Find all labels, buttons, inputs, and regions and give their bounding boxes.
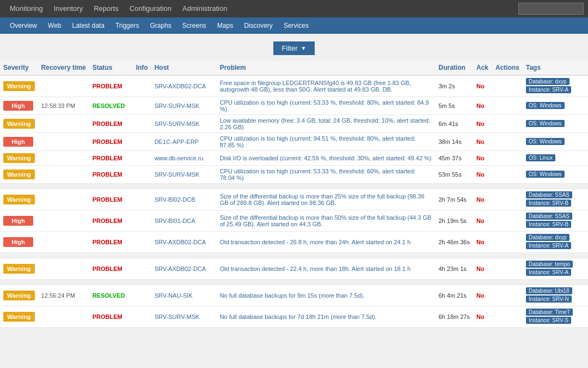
- search-input[interactable]: [518, 3, 584, 15]
- severity-badge: Warning: [3, 81, 35, 91]
- host-cell[interactable]: SRV-SURV-MSK: [151, 115, 217, 133]
- col-problem: Problem: [217, 61, 436, 75]
- status-cell: PROBLEM: [89, 306, 133, 328]
- ack-cell: No: [473, 97, 492, 115]
- host-cell[interactable]: SRV-NAU-SIK: [151, 285, 217, 306]
- nav-screens[interactable]: Screens: [177, 17, 212, 34]
- col-host: Host: [151, 61, 217, 75]
- status-cell: PROBLEM: [89, 258, 133, 280]
- severity-badge: Warning: [3, 195, 35, 204]
- ack-cell: No: [473, 115, 492, 133]
- tags-cell: OS: Windows: [523, 166, 588, 184]
- recovery-time-cell: [38, 210, 89, 232]
- tag-badge: OS: Windows: [526, 102, 565, 109]
- nav-inventory[interactable]: Inventory: [48, 0, 88, 17]
- problem-cell[interactable]: CPU utilization is too high (current: 53…: [217, 166, 436, 184]
- problem-cell[interactable]: Size of the differential backup is more …: [217, 189, 436, 210]
- info-cell: [133, 75, 151, 97]
- nav-administration[interactable]: Administration: [177, 0, 232, 17]
- tag-badge: Instance: SRV-S: [526, 317, 571, 324]
- host-cell[interactable]: SRV-SURV-MSK: [151, 166, 217, 184]
- host-cell[interactable]: SRV-AXDB02-DCA: [151, 75, 217, 97]
- host-cell[interactable]: SRV-BI02-DCB: [151, 189, 217, 210]
- info-cell: [133, 166, 151, 184]
- filter-button[interactable]: Filter ▼: [273, 41, 315, 55]
- problem-cell[interactable]: CPU utilization is too high (current: 53…: [217, 97, 436, 115]
- nav-configuration[interactable]: Configuration: [124, 0, 177, 17]
- nav-services[interactable]: Services: [278, 17, 314, 34]
- actions-cell: [492, 306, 523, 328]
- severity-badge: Warning: [3, 291, 35, 300]
- severity-cell: Warning: [0, 151, 38, 166]
- tag-badge: OS: Windows: [526, 138, 565, 145]
- recovery-time-cell: [38, 232, 89, 253]
- severity-badge: High: [3, 216, 33, 226]
- host-cell[interactable]: SRV-AXDB02-DCA: [151, 232, 217, 253]
- info-cell: [133, 232, 151, 253]
- actions-cell: [492, 151, 523, 166]
- problem-cell[interactable]: No full database backups for 7d 18h 21m …: [217, 306, 436, 328]
- tags-cell: OS: Windows: [523, 97, 588, 115]
- problem-cell[interactable]: Old transaction detected - 26.8 h, more …: [217, 232, 436, 253]
- tag-badge: Instance: SRV-B: [526, 200, 571, 207]
- tag-badge: Database: TimeT: [526, 309, 573, 316]
- nav-graphs[interactable]: Graphs: [144, 17, 176, 34]
- actions-cell: [492, 210, 523, 232]
- status-cell: RESOLVED: [89, 285, 133, 306]
- ack-cell: No: [473, 151, 492, 166]
- table-row: High 12:58:33 PM RESOLVED SRV-SURV-MSK C…: [0, 97, 588, 115]
- host-cell[interactable]: SRV-AXDB02-DCA: [151, 258, 217, 280]
- severity-badge: Warning: [3, 312, 35, 322]
- problem-cell[interactable]: Free space in filegroup LEDGERTRANSfg40 …: [217, 75, 436, 97]
- second-navigation: Overview Web Latest data Triggers Graphs…: [0, 17, 588, 34]
- host-cell[interactable]: SRV-BI01-DCA: [151, 210, 217, 232]
- nav-maps[interactable]: Maps: [212, 17, 238, 34]
- nav-web[interactable]: Web: [42, 17, 66, 34]
- info-cell: [133, 97, 151, 115]
- status-cell: PROBLEM: [89, 115, 133, 133]
- col-status: Status: [89, 61, 133, 75]
- severity-badge: Warning: [3, 170, 35, 179]
- table-row: Warning PROBLEM SRV-BI02-DCB Size of the…: [0, 189, 588, 210]
- problem-cell[interactable]: Low available memory (free: 3.4 GB, tota…: [217, 115, 436, 133]
- ack-cell: No: [473, 232, 492, 253]
- recovery-time-cell: 12:56:24 PM: [38, 285, 89, 306]
- status-cell: PROBLEM: [89, 189, 133, 210]
- nav-latest-data[interactable]: Latest data: [66, 17, 109, 34]
- ack-cell: No: [473, 133, 492, 151]
- nav-reports[interactable]: Reports: [88, 0, 124, 17]
- table-row: High PROBLEM SRV-BI01-DCA Size of the di…: [0, 210, 588, 232]
- tag-badge: Database: Ubi18: [526, 287, 572, 294]
- host-cell[interactable]: SRV-SURV-MSK: [151, 97, 217, 115]
- problem-cell[interactable]: Size of the differential backup is more …: [217, 210, 436, 232]
- problem-cell[interactable]: Disk I/O is overloaded (current: 42.59 %…: [217, 151, 436, 166]
- recovery-time-cell: 12:58:33 PM: [38, 97, 89, 115]
- tag-badge: Instance: SRV-A: [526, 86, 571, 93]
- host-cell[interactable]: DE1C-APP-ERP: [151, 133, 217, 151]
- severity-badge: High: [3, 101, 33, 111]
- recovery-time-cell: [38, 189, 89, 210]
- host-cell[interactable]: SRV-SURV-MSK: [151, 306, 217, 328]
- recovery-time-cell: [38, 151, 89, 166]
- problem-cell[interactable]: No full database backups for 9m 15s (mor…: [217, 285, 436, 306]
- severity-cell: Warning: [0, 166, 38, 184]
- actions-cell: [492, 133, 523, 151]
- severity-cell: Warning: [0, 115, 38, 133]
- ack-cell: No: [473, 75, 492, 97]
- nav-discovery[interactable]: Discovery: [238, 17, 278, 34]
- status-cell: PROBLEM: [89, 232, 133, 253]
- problem-cell[interactable]: CPU utilization is too high (current: 94…: [217, 133, 436, 151]
- actions-cell: [492, 258, 523, 280]
- problem-cell[interactable]: Old transaction detected - 22.4 h, more …: [217, 258, 436, 280]
- col-duration: Duration: [436, 61, 473, 75]
- host-cell[interactable]: www.db-service.ru: [151, 151, 217, 166]
- nav-triggers[interactable]: Triggers: [110, 17, 145, 34]
- actions-cell: [492, 285, 523, 306]
- table-row: High PROBLEM SRV-AXDB02-DCA Old transact…: [0, 232, 588, 253]
- nav-overview[interactable]: Overview: [4, 17, 42, 34]
- tag-badge: Database: tempo: [526, 261, 573, 268]
- actions-cell: [492, 115, 523, 133]
- nav-monitoring[interactable]: Monitoring: [4, 0, 48, 17]
- info-cell: [133, 189, 151, 210]
- ack-cell: No: [473, 189, 492, 210]
